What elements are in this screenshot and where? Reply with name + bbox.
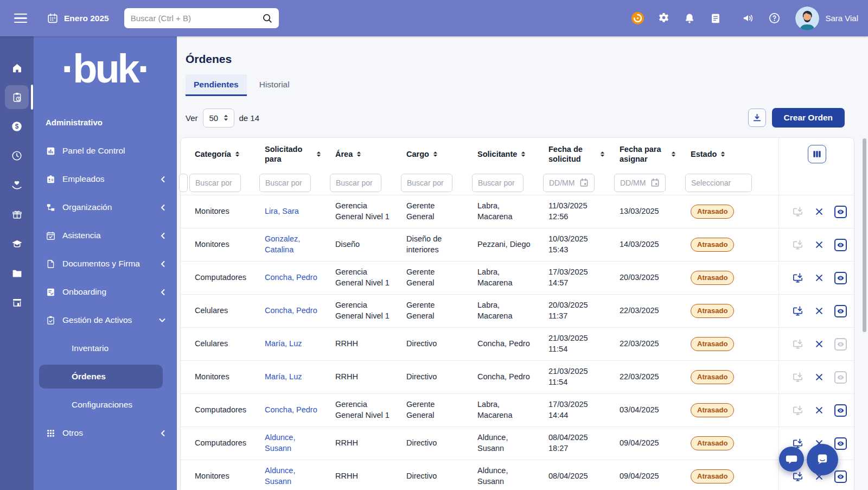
column-header-estado[interactable]: Estado — [691, 149, 778, 159]
user-name[interactable]: Sara Vial — [825, 14, 858, 23]
filter-fecha-solicitud-input[interactable] — [549, 179, 577, 187]
assign-device-button[interactable] — [791, 470, 804, 483]
cell-solicitado-para-link[interactable]: Aldunce, Susann — [265, 433, 295, 453]
sort-icon[interactable] — [432, 151, 438, 157]
view-order-button[interactable] — [834, 272, 847, 284]
cell-solicitado-para-link[interactable]: Lira, Sara — [265, 207, 299, 215]
column-header-solicitante[interactable]: Solicitante — [477, 149, 548, 159]
assign-device-button[interactable] — [791, 205, 804, 218]
view-order-button[interactable] — [834, 371, 847, 384]
rail-benefits-button[interactable] — [5, 173, 29, 197]
help-button[interactable] — [767, 11, 781, 26]
rail-files-button[interactable] — [5, 261, 29, 285]
clipped-filter-input[interactable] — [179, 174, 188, 192]
calendar-icon[interactable] — [650, 178, 660, 187]
column-header-fecha-de-solicitud[interactable]: Fecha de solicitud — [548, 144, 620, 164]
menu-icon[interactable] — [14, 14, 27, 23]
sidebar-item-onboarding[interactable]: Onboarding — [34, 278, 177, 306]
sidebar-subitem-inventario[interactable]: Inventario — [34, 334, 177, 362]
rail-home-button[interactable] — [5, 56, 29, 80]
cancel-order-button[interactable] — [813, 404, 826, 417]
sort-icon[interactable] — [356, 151, 362, 157]
sidebar-item-documentos-y-firma[interactable]: Documentos y Firma — [34, 250, 177, 278]
column-header-fecha-para-asignar[interactable]: Fecha para asignar — [620, 144, 691, 164]
page-size-select[interactable]: 50 — [203, 109, 234, 128]
assign-device-button[interactable] — [791, 304, 804, 317]
assign-device-button[interactable] — [791, 404, 804, 417]
rail-payments-button[interactable]: $ — [5, 114, 29, 138]
chat-bubble-button[interactable] — [779, 447, 804, 472]
filter-fecha-asignar-date[interactable] — [614, 174, 666, 192]
cancel-order-button[interactable] — [813, 238, 826, 251]
view-order-button[interactable] — [834, 305, 847, 317]
assign-device-button[interactable] — [791, 338, 804, 351]
search-input[interactable] — [131, 14, 261, 23]
tab-historial[interactable]: Historial — [251, 74, 298, 96]
settings-button[interactable] — [656, 11, 671, 26]
view-order-button[interactable] — [834, 206, 847, 218]
filter-solicitante-input[interactable] — [472, 174, 524, 192]
cancel-order-button[interactable] — [813, 271, 826, 284]
column-header-categoria[interactable]: Categoría — [195, 149, 265, 159]
period-selector[interactable]: Enero 2025 — [47, 12, 109, 24]
view-order-button[interactable] — [834, 404, 847, 417]
view-order-button[interactable] — [834, 338, 847, 351]
cancel-order-button[interactable] — [813, 338, 826, 351]
sort-icon[interactable] — [599, 151, 605, 157]
view-order-button[interactable] — [834, 437, 847, 450]
create-order-button[interactable]: Crear Orden — [772, 108, 845, 128]
announcements-button[interactable] — [741, 11, 755, 26]
filter-solicitado-para-input[interactable] — [259, 174, 311, 192]
column-header-area[interactable]: Área — [335, 149, 406, 159]
avatar[interactable] — [795, 7, 819, 30]
filter-area-input[interactable] — [330, 174, 381, 192]
sidebar-item-empleados[interactable]: Empleados — [34, 165, 177, 193]
assign-device-button[interactable] — [791, 238, 804, 251]
cell-solicitado-para-link[interactable]: María, Luz — [265, 372, 302, 381]
rail-time-button[interactable] — [5, 144, 29, 168]
sidebar-item-organizacion[interactable]: Organización — [34, 193, 177, 221]
tab-pendientes[interactable]: Pendientes — [186, 74, 247, 96]
cancel-order-button[interactable] — [813, 304, 826, 317]
support-button[interactable] — [630, 11, 644, 26]
filter-cargo-input[interactable] — [401, 174, 452, 192]
cell-solicitado-para-link[interactable]: Gonzalez, Catalina — [265, 234, 300, 254]
column-settings-button[interactable] — [808, 145, 826, 163]
filter-categoria-input[interactable] — [189, 174, 241, 192]
filter-fecha-asignar-input[interactable] — [620, 179, 648, 187]
cell-solicitado-para-link[interactable]: Concha, Pedro — [265, 405, 317, 414]
cell-solicitado-para-link[interactable]: Concha, Pedro — [265, 273, 317, 282]
notifications-button[interactable] — [682, 11, 697, 26]
filter-estado-select[interactable]: Seleccionar — [685, 174, 752, 192]
calendar-icon[interactable] — [579, 178, 589, 187]
column-header-cargo[interactable]: Cargo — [406, 149, 477, 159]
vertical-scrollbar[interactable] — [863, 138, 866, 332]
column-header-solicitado-para[interactable]: Solicitado para — [265, 144, 335, 164]
rail-marketplace-button[interactable] — [5, 290, 29, 314]
rail-gifts-button[interactable] — [5, 202, 29, 226]
view-order-button[interactable] — [834, 470, 847, 483]
cell-solicitado-para-link[interactable]: María, Luz — [265, 339, 302, 348]
assign-device-button[interactable] — [791, 371, 804, 384]
rail-asset-management-button[interactable] — [5, 85, 29, 109]
sidebar-item-gestion-de-activos[interactable]: Gestión de Activos — [34, 306, 177, 334]
sort-icon[interactable] — [316, 151, 322, 157]
view-order-button[interactable] — [834, 239, 847, 251]
support-chat-button[interactable] — [807, 444, 838, 475]
cell-solicitado-para-link[interactable]: Aldunce, Susann — [265, 466, 295, 486]
sidebar-subitem-ordenes[interactable]: Órdenes — [39, 365, 163, 389]
assign-device-button[interactable] — [791, 271, 804, 284]
sidebar-subitem-configuraciones[interactable]: Configuraciones — [34, 391, 177, 419]
news-button[interactable] — [709, 11, 723, 26]
sidebar-item-asistencia[interactable]: Asistencia — [34, 221, 177, 250]
sidebar-item-panel-de-control[interactable]: Panel de Control — [34, 137, 177, 165]
sidebar-item-otros[interactable]: Otros — [34, 419, 177, 447]
search-box[interactable] — [124, 8, 279, 28]
filter-fecha-solicitud-date[interactable] — [543, 174, 595, 192]
sort-icon[interactable] — [234, 151, 240, 157]
export-button[interactable] — [748, 109, 766, 127]
sort-icon[interactable] — [720, 151, 726, 157]
cancel-order-button[interactable] — [813, 205, 826, 218]
sort-icon[interactable] — [671, 151, 676, 157]
cancel-order-button[interactable] — [813, 371, 826, 384]
